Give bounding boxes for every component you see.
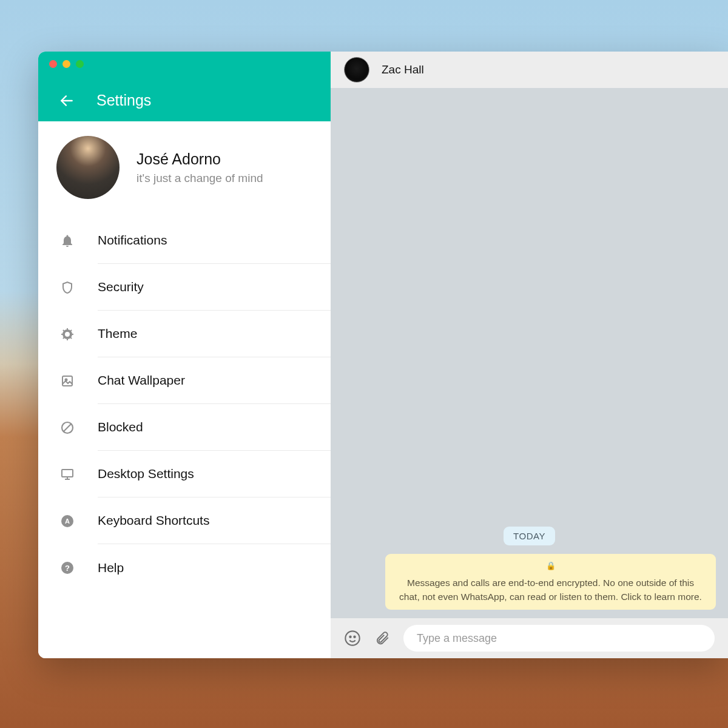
window-close-button[interactable] — [49, 60, 57, 68]
svg-point-14 — [354, 636, 355, 638]
svg-point-12 — [345, 631, 359, 645]
window-controls — [49, 60, 84, 68]
window-maximize-button[interactable] — [76, 60, 84, 68]
settings-item-label: Keyboard Shortcuts — [98, 513, 209, 528]
profile-avatar[interactable] — [56, 136, 120, 199]
profile-text: José Adorno it's just a change of mind — [136, 150, 263, 185]
back-arrow-icon[interactable] — [59, 93, 75, 109]
desktop-background: Settings José Adorno it's just a change … — [0, 0, 728, 728]
settings-item-notifications[interactable]: Notifications — [38, 217, 331, 264]
window-minimize-button[interactable] — [62, 60, 70, 68]
encryption-banner[interactable]: 🔒 Messages and calls are end-to-end encr… — [385, 554, 716, 610]
settings-item-label: Notifications — [98, 233, 167, 248]
profile-status: it's just a change of mind — [136, 172, 263, 185]
contact-name: Zac Hall — [382, 63, 424, 76]
chat-header[interactable]: Zac Hall — [331, 52, 728, 88]
svg-rect-1 — [62, 376, 72, 386]
bell-icon — [59, 232, 76, 249]
settings-item-label: Help — [98, 561, 124, 575]
settings-item-keyboard[interactable]: A Keyboard Shortcuts — [38, 497, 331, 544]
keyboard-icon: A — [59, 513, 76, 530]
settings-title: Settings — [96, 92, 151, 109]
help-icon: ? — [59, 559, 76, 576]
settings-item-help[interactable]: ? Help — [38, 544, 331, 591]
contact-avatar[interactable] — [344, 57, 369, 83]
date-chip: TODAY — [504, 527, 555, 545]
svg-rect-5 — [62, 470, 73, 477]
profile-name: José Adorno — [136, 150, 263, 168]
shield-icon — [59, 279, 76, 296]
svg-text:A: A — [65, 517, 70, 525]
settings-item-label: Theme — [98, 326, 137, 341]
settings-item-label: Desktop Settings — [98, 467, 194, 481]
blocked-icon — [59, 419, 76, 436]
settings-item-label: Blocked — [98, 420, 143, 434]
settings-item-security[interactable]: Security — [38, 264, 331, 311]
svg-line-4 — [64, 424, 71, 431]
theme-icon — [59, 326, 76, 343]
attachment-icon[interactable] — [374, 630, 390, 646]
desktop-icon — [59, 466, 76, 483]
encryption-text: Messages and calls are end-to-end encryp… — [396, 576, 705, 604]
chat-body: TODAY 🔒 Messages and calls are end-to-en… — [331, 88, 728, 618]
settings-list: Notifications Security Theme — [38, 217, 331, 658]
svg-point-13 — [349, 636, 351, 638]
app-window: Settings José Adorno it's just a change … — [38, 52, 728, 658]
settings-item-desktop[interactable]: Desktop Settings — [38, 451, 331, 497]
settings-item-label: Security — [98, 280, 144, 294]
chat-input-bar — [331, 618, 728, 658]
svg-text:?: ? — [65, 564, 70, 573]
wallpaper-icon — [59, 372, 76, 389]
profile-row[interactable]: José Adorno it's just a change of mind — [38, 121, 331, 217]
sidebar-header: Settings — [38, 52, 331, 121]
settings-item-blocked[interactable]: Blocked — [38, 404, 331, 451]
settings-item-label: Chat Wallpaper — [98, 373, 185, 388]
settings-item-wallpaper[interactable]: Chat Wallpaper — [38, 357, 331, 404]
chat-pane: Zac Hall TODAY 🔒 Messages and calls are … — [331, 52, 728, 658]
settings-item-theme[interactable]: Theme — [38, 311, 331, 357]
emoji-icon[interactable] — [344, 630, 361, 647]
message-input[interactable] — [403, 625, 715, 652]
settings-sidebar: Settings José Adorno it's just a change … — [38, 52, 331, 658]
lock-icon: 🔒 — [546, 560, 556, 572]
